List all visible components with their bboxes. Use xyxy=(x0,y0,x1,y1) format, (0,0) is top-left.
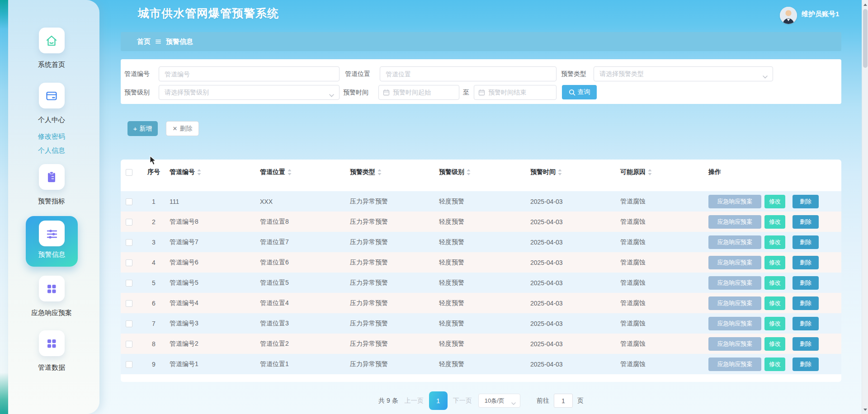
left-accent-strip xyxy=(0,0,8,414)
sidebar-item-warning-indicators[interactable]: 预警指标 xyxy=(8,164,95,206)
cell-pipe_loc: 管道位置2 xyxy=(257,334,347,354)
warning-level-label: 预警级别 xyxy=(124,85,150,100)
column-header-label: 预警级别 xyxy=(439,168,464,176)
avatar[interactable] xyxy=(780,7,797,24)
emergency-plan-button[interactable]: 应急响应预案 xyxy=(708,358,761,371)
next-page-button[interactable]: 下一页 xyxy=(453,397,472,405)
column-header[interactable]: 管道编号 xyxy=(167,160,257,191)
edit-button[interactable]: 修改 xyxy=(764,317,785,330)
sidebar-item-home[interactable]: 系统首页 xyxy=(8,28,95,69)
scrollbar-track[interactable] xyxy=(862,0,868,414)
cell-level: 轻度预警 xyxy=(436,252,528,273)
delete-row-button[interactable]: 删除 xyxy=(793,235,819,249)
cell-level: 轻度预警 xyxy=(436,313,528,334)
sort-caret-icon[interactable] xyxy=(287,169,292,176)
sidebar-link-profile-info[interactable]: 个人信息 xyxy=(8,146,95,155)
sidebar-item-emergency-plan[interactable]: 应急响应预案 xyxy=(8,276,95,317)
emergency-plan-button[interactable]: 应急响应预案 xyxy=(708,215,761,229)
delete-row-button[interactable]: 删除 xyxy=(793,317,819,330)
cell-type: 压力异常预警 xyxy=(347,293,436,313)
delete-row-button[interactable]: 删除 xyxy=(793,296,819,310)
sort-caret-icon[interactable] xyxy=(197,169,202,176)
add-button[interactable]: + 新增 xyxy=(127,121,158,136)
row-checkbox[interactable] xyxy=(126,259,132,266)
row-checkbox[interactable] xyxy=(126,198,132,205)
emergency-plan-button[interactable]: 应急响应预案 xyxy=(708,296,761,310)
warning-level-placeholder: 请选择预警级别 xyxy=(165,89,209,97)
sort-caret-icon[interactable] xyxy=(647,169,652,176)
delete-row-button[interactable]: 删除 xyxy=(793,358,819,371)
table-row: 2管道编号8管道位置8压力异常预警轻度预警2025-04-03管道腐蚀应急响应预… xyxy=(121,212,841,232)
emergency-plan-button[interactable]: 应急响应预案 xyxy=(708,337,761,351)
prev-page-button[interactable]: 上一页 xyxy=(405,397,424,405)
goto-page-input[interactable] xyxy=(554,394,573,408)
cell-level: 轻度预警 xyxy=(436,354,528,374)
filter-panel: 管道编号 管道位置 预警类型 请选择预警类型 预警级别 请选择预警级别 预警时间… xyxy=(121,59,841,104)
delete-button[interactable]: ✕ 删除 xyxy=(166,121,199,136)
column-header[interactable]: 管道位置 xyxy=(257,160,347,191)
warning-time-end-input[interactable]: 预警时间结束 xyxy=(474,85,557,100)
row-checkbox[interactable] xyxy=(126,341,132,348)
column-header-label: 预警时间 xyxy=(530,168,556,176)
cell-time: 2025-04-03 xyxy=(528,191,618,212)
edit-button[interactable]: 修改 xyxy=(764,215,785,229)
emergency-plan-button[interactable]: 应急响应预案 xyxy=(708,256,761,269)
sidebar-item-warning-info-active[interactable]: 预警信息 xyxy=(26,216,78,267)
row-checkbox[interactable] xyxy=(126,320,132,327)
table-row: 1111XXX压力异常预警轻度预警2025-04-03管道腐蚀应急响应预案修改删… xyxy=(121,191,841,212)
breadcrumb-home[interactable]: 首页 xyxy=(137,38,151,46)
edit-button[interactable]: 修改 xyxy=(764,235,785,249)
sidebar-item-pipeline-data[interactable]: 管道数据 xyxy=(8,330,95,372)
sidebar-item-profile-center[interactable]: 个人中心 xyxy=(8,83,95,124)
edit-button[interactable]: 修改 xyxy=(764,358,785,371)
cell-pipe_loc: 管道位置3 xyxy=(257,313,347,334)
sort-caret-icon[interactable] xyxy=(557,169,562,176)
column-header[interactable]: 预警类型 xyxy=(347,160,436,191)
warning-time-start-input[interactable]: 预警时间起始 xyxy=(378,85,459,100)
edit-button[interactable]: 修改 xyxy=(764,256,785,269)
delete-row-button[interactable]: 删除 xyxy=(793,256,819,269)
username[interactable]: 维护员账号1 xyxy=(802,10,839,19)
delete-row-button[interactable]: 删除 xyxy=(793,195,819,208)
edit-button[interactable]: 修改 xyxy=(764,337,785,351)
emergency-plan-button[interactable]: 应急响应预案 xyxy=(708,276,761,290)
column-header[interactable]: 可能原因 xyxy=(618,160,702,191)
warning-type-select[interactable]: 请选择预警类型 xyxy=(594,66,773,81)
scroll-down-icon[interactable] xyxy=(862,406,868,413)
sort-caret-icon[interactable] xyxy=(466,169,471,176)
search-button[interactable]: 查询 xyxy=(562,85,597,99)
edit-button[interactable]: 修改 xyxy=(764,195,785,208)
select-all-checkbox[interactable] xyxy=(126,169,132,176)
delete-row-button[interactable]: 删除 xyxy=(793,276,819,290)
row-checkbox[interactable] xyxy=(126,219,132,226)
row-checkbox[interactable] xyxy=(126,280,132,287)
edit-button[interactable]: 修改 xyxy=(764,296,785,310)
delete-row-button[interactable]: 删除 xyxy=(793,215,819,229)
emergency-plan-button[interactable]: 应急响应预案 xyxy=(708,195,761,208)
cell-no: 7 xyxy=(141,313,167,334)
pipe-no-input[interactable] xyxy=(159,66,340,81)
emergency-plan-button[interactable]: 应急响应预案 xyxy=(708,317,761,330)
page-number-active[interactable]: 1 xyxy=(429,391,448,410)
page-size-value: 10条/页 xyxy=(485,397,505,405)
edit-button[interactable]: 修改 xyxy=(764,276,785,290)
sidebar-link-change-password[interactable]: 修改密码 xyxy=(8,132,95,141)
grid-icon xyxy=(39,276,65,301)
column-header-label: 管道位置 xyxy=(260,168,285,176)
sort-caret-icon[interactable] xyxy=(377,169,382,176)
row-checkbox[interactable] xyxy=(126,361,132,368)
column-header[interactable]: 预警时间 xyxy=(528,160,618,191)
warning-level-select[interactable]: 请选择预警级别 xyxy=(159,85,340,100)
delete-row-button[interactable]: 删除 xyxy=(793,337,819,351)
column-header[interactable]: 预警级别 xyxy=(436,160,528,191)
emergency-plan-button[interactable]: 应急响应预案 xyxy=(708,235,761,249)
scroll-up-icon[interactable] xyxy=(862,1,868,8)
cell-level: 轻度预警 xyxy=(436,232,528,252)
row-checkbox[interactable] xyxy=(126,239,132,246)
pipe-loc-input[interactable] xyxy=(380,66,557,81)
table-row: 4管道编号6管道位置6压力异常预警轻度预警2025-04-03管道腐蚀应急响应预… xyxy=(121,252,841,273)
row-checkbox[interactable] xyxy=(126,300,132,307)
scrollbar-thumb[interactable] xyxy=(863,9,868,68)
page-size-select[interactable]: 10条/页 xyxy=(478,394,520,408)
cell-level: 轻度预警 xyxy=(436,334,528,354)
